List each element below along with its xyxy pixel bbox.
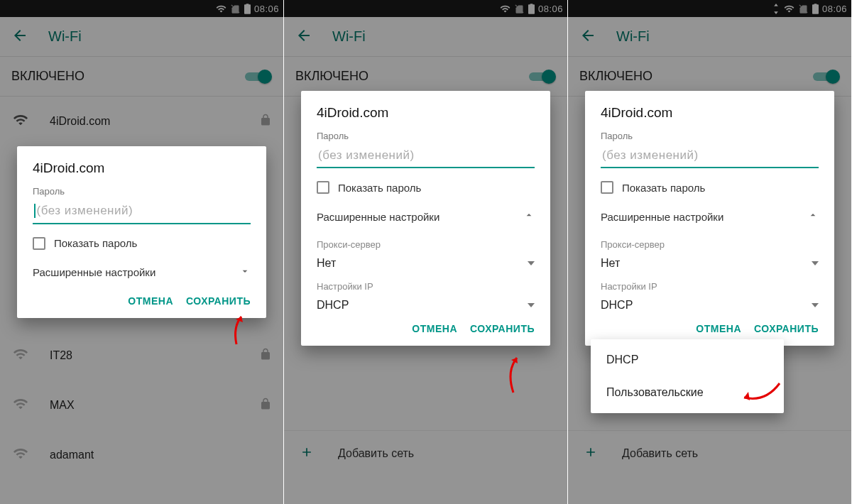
cancel-button[interactable]: ОТМЕНА: [128, 295, 173, 307]
dialog-actions: ОТМЕНА СОХРАНИТЬ: [33, 288, 251, 311]
advanced-settings-toggle[interactable]: Расширенные настройки: [33, 257, 251, 288]
proxy-label: Прокси-сервер: [317, 239, 535, 250]
password-input[interactable]: (без изменений): [317, 144, 535, 168]
checkbox-icon: [601, 181, 613, 194]
ip-settings-popup: DHCP Пользовательские: [591, 339, 784, 413]
chevron-up-icon: [523, 209, 535, 224]
password-label: Пароль: [317, 131, 535, 141]
show-password-checkbox[interactable]: Показать пароль: [33, 237, 251, 250]
cancel-button[interactable]: ОТМЕНА: [412, 323, 457, 334]
ip-settings-dropdown[interactable]: DHCP: [601, 292, 819, 316]
advanced-settings-toggle[interactable]: Расширенные настройки: [317, 201, 535, 232]
dropdown-triangle-icon: [528, 303, 535, 307]
proxy-dropdown[interactable]: Нет: [601, 250, 819, 274]
password-input[interactable]: (без изменений): [601, 144, 819, 168]
cancel-button[interactable]: ОТМЕНА: [696, 323, 741, 334]
dialog-actions: ОТМЕНА СОХРАНИТЬ: [317, 316, 535, 339]
ip-settings-dropdown[interactable]: DHCP: [317, 292, 535, 316]
password-label: Пароль: [601, 131, 819, 141]
dialog-actions: ОТМЕНА СОХРАНИТЬ: [601, 316, 819, 339]
dropdown-triangle-icon: [812, 303, 819, 307]
show-password-checkbox[interactable]: Показать пароль: [317, 181, 535, 194]
phone-screen-3: 08:06 Wi-Fi ВКЛЮЧЕНО Добавить сеть 4iDro…: [568, 0, 852, 504]
chevron-up-icon: [807, 209, 819, 224]
chevron-down-icon: [239, 265, 251, 280]
password-label: Пароль: [33, 186, 251, 197]
ip-option-custom[interactable]: Пользовательские: [591, 376, 784, 409]
checkbox-icon: [317, 181, 329, 194]
save-button[interactable]: СОХРАНИТЬ: [470, 323, 535, 334]
dialog-title: 4iDroid.com: [317, 105, 535, 121]
wifi-edit-dialog: 4iDroid.com Пароль (без изменений) Показ…: [301, 91, 550, 346]
dropdown-triangle-icon: [812, 261, 819, 265]
dialog-title: 4iDroid.com: [601, 105, 819, 121]
ip-settings-label: Настройки IP: [601, 281, 819, 292]
wifi-edit-dialog: 4iDroid.com Пароль (без изменений) Показ…: [17, 146, 266, 318]
password-input[interactable]: (без изменений): [33, 199, 251, 224]
dialog-title: 4iDroid.com: [33, 160, 251, 176]
advanced-settings-toggle[interactable]: Расширенные настройки: [601, 201, 819, 232]
dropdown-triangle-icon: [528, 261, 535, 265]
phone-screen-2: 08:06 Wi-Fi ВКЛЮЧЕНО Добавить сеть 4iDro…: [284, 0, 568, 504]
save-button[interactable]: СОХРАНИТЬ: [186, 295, 251, 307]
checkbox-icon: [33, 237, 45, 250]
show-password-checkbox[interactable]: Показать пароль: [601, 181, 819, 194]
ip-option-dhcp[interactable]: DHCP: [591, 344, 784, 376]
proxy-dropdown[interactable]: Нет: [317, 250, 535, 274]
phone-screen-1: 08:06 Wi-Fi ВКЛЮЧЕНО 4iDroid.com IT28 MA…: [0, 0, 284, 504]
wifi-edit-dialog: 4iDroid.com Пароль (без изменений) Показ…: [585, 91, 834, 346]
save-button[interactable]: СОХРАНИТЬ: [754, 323, 819, 334]
proxy-label: Прокси-сервер: [601, 239, 819, 250]
ip-settings-label: Настройки IP: [317, 281, 535, 292]
